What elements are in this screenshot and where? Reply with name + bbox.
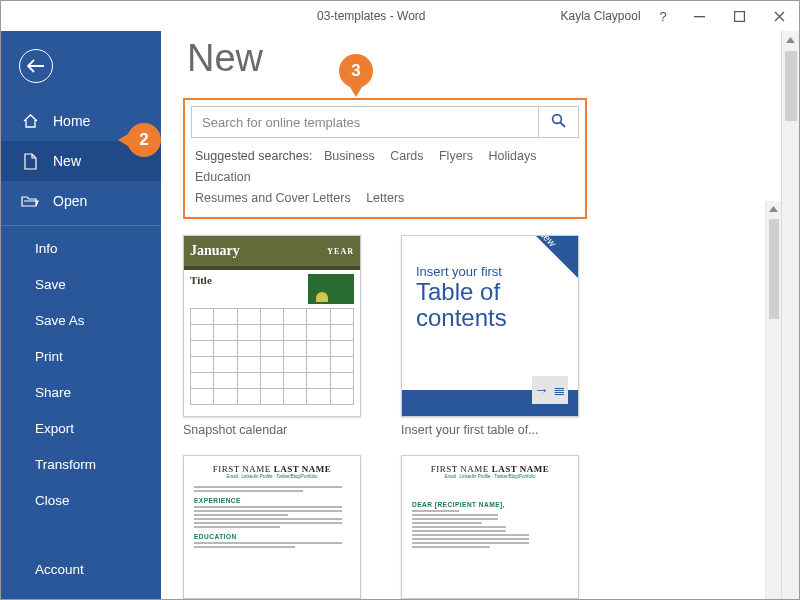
backstage-sidebar: Home New Open Info Save Save As Print Sh…	[1, 31, 161, 599]
title-bar: 03-templates - Word Kayla Claypool ?	[1, 1, 799, 31]
search-icon	[551, 113, 566, 131]
template-label: Insert your first table of...	[401, 423, 579, 437]
template-table-of-contents[interactable]: New Insert your first Table of contents …	[401, 235, 579, 437]
svg-point-2	[553, 115, 562, 124]
scroll-up-icon[interactable]	[782, 31, 799, 49]
template-gallery: January YEAR Title Snapshot calendar	[183, 235, 799, 599]
folder-icon	[21, 194, 39, 208]
scroll-up-icon[interactable]	[766, 201, 781, 217]
suggested-term[interactable]: Letters	[366, 191, 404, 205]
template-label: Snapshot calendar	[183, 423, 361, 437]
maximize-button[interactable]	[719, 1, 759, 31]
callout-3: 3	[339, 54, 373, 88]
sidebar-item-label: New	[53, 153, 81, 169]
sidebar-item-export[interactable]: Export	[1, 410, 161, 446]
window-scrollbar[interactable]	[781, 31, 799, 599]
callout-2: 2	[127, 123, 161, 157]
sidebar-item-account[interactable]: Account	[1, 551, 161, 587]
sidebar-item-label: Open	[53, 193, 87, 209]
template-snapshot-calendar[interactable]: January YEAR Title Snapshot calendar	[183, 235, 361, 437]
template-resume-a[interactable]: FIRST NAME LAST NAME Email · LinkedIn Pr…	[183, 455, 361, 599]
home-icon	[21, 113, 39, 129]
back-button[interactable]	[19, 49, 53, 83]
sidebar-item-share[interactable]: Share	[1, 374, 161, 410]
scroll-thumb[interactable]	[769, 219, 779, 319]
new-page-content: New Suggested searches: Business Cards F…	[161, 31, 799, 599]
search-block: Suggested searches: Business Cards Flyer…	[183, 98, 587, 219]
sidebar-item-open[interactable]: Open	[1, 181, 161, 221]
template-search-input[interactable]	[192, 107, 538, 137]
photo-placeholder-icon	[308, 274, 354, 304]
template-thumbnail: FIRST NAME LAST NAME Email · LinkedIn Pr…	[401, 455, 579, 599]
search-row	[191, 106, 579, 138]
document-icon: → ≣	[532, 376, 568, 404]
template-thumbnail: January YEAR Title	[183, 235, 361, 417]
sidebar-item-info[interactable]: Info	[1, 230, 161, 266]
suggested-label: Suggested searches:	[195, 149, 312, 163]
suggested-term[interactable]: Business	[324, 149, 375, 163]
window-title: 03-templates - Word	[317, 9, 426, 23]
close-button[interactable]	[759, 1, 799, 31]
new-badge: New	[536, 236, 578, 278]
scroll-thumb[interactable]	[785, 51, 797, 121]
help-button[interactable]: ?	[647, 1, 679, 31]
page-title: New	[187, 37, 799, 80]
suggested-term[interactable]: Flyers	[439, 149, 473, 163]
sidebar-item-transform[interactable]: Transform	[1, 446, 161, 482]
minimize-button[interactable]	[679, 1, 719, 31]
svg-rect-1	[734, 11, 744, 21]
sidebar-item-close[interactable]: Close	[1, 482, 161, 518]
sidebar-divider	[1, 225, 161, 226]
suggested-term[interactable]: Holidays	[489, 149, 537, 163]
gallery-scrollbar[interactable]	[765, 201, 781, 599]
sidebar-item-save-as[interactable]: Save As	[1, 302, 161, 338]
suggested-term[interactable]: Resumes and Cover Letters	[195, 191, 351, 205]
sidebar-item-save[interactable]: Save	[1, 266, 161, 302]
suggested-term[interactable]: Cards	[390, 149, 423, 163]
sidebar-item-print[interactable]: Print	[1, 338, 161, 374]
signed-in-user[interactable]: Kayla Claypool	[561, 9, 641, 23]
page-icon	[21, 153, 39, 170]
sidebar-item-label: Home	[53, 113, 90, 129]
search-button[interactable]	[538, 107, 578, 137]
svg-rect-0	[694, 16, 705, 17]
suggested-term[interactable]: Education	[195, 170, 251, 184]
suggested-searches: Suggested searches: Business Cards Flyer…	[191, 146, 579, 209]
template-resume-b[interactable]: FIRST NAME LAST NAME Email · LinkedIn Pr…	[401, 455, 579, 599]
template-thumbnail: New Insert your first Table of contents …	[401, 235, 579, 417]
template-thumbnail: FIRST NAME LAST NAME Email · LinkedIn Pr…	[183, 455, 361, 599]
